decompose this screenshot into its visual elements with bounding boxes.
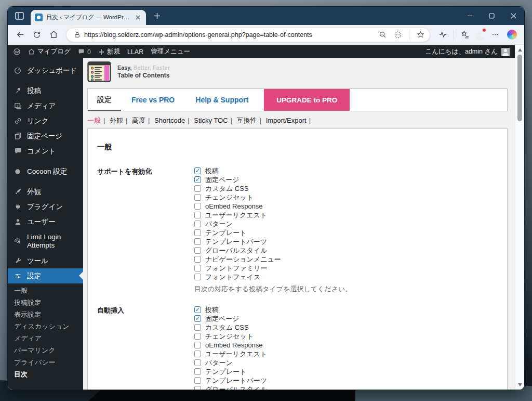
tab-settings[interactable]: 設定	[88, 89, 121, 111]
checkbox-label[interactable]: チェンジセット	[205, 332, 254, 341]
submenu-item[interactable]: ディスカッション	[8, 320, 83, 332]
submenu-item[interactable]: 投稿設定	[8, 296, 83, 308]
checkbox[interactable]	[194, 229, 201, 236]
checkbox[interactable]	[194, 247, 201, 254]
submenu-item[interactable]: プライバシー	[8, 356, 83, 368]
checkbox[interactable]	[194, 185, 201, 192]
new-tab-button[interactable]	[150, 9, 164, 23]
checkbox[interactable]	[194, 324, 201, 331]
home-button[interactable]	[46, 28, 61, 42]
tab-help-support[interactable]: Help & Support	[185, 89, 259, 111]
checkbox-label[interactable]: フォントフェイス	[205, 273, 260, 282]
checkbox-label[interactable]: パターン	[205, 358, 233, 368]
collapse-menu-button[interactable]: メニューを閉じる	[8, 385, 83, 390]
profile-avatar[interactable]	[474, 29, 486, 41]
checkbox-label[interactable]: 投稿	[205, 305, 219, 315]
submenu-item[interactable]: メディア	[8, 332, 83, 344]
address-bar[interactable]: https://blog.solderz.com/wp-admin/option…	[66, 28, 430, 42]
browser-essentials-icon[interactable]	[435, 28, 450, 42]
copilot-icon[interactable]	[504, 28, 519, 42]
checkbox-label[interactable]: 固定ページ	[205, 175, 240, 185]
checkbox-label[interactable]: テンプレート	[205, 367, 247, 377]
admin-bar-new[interactable]: 新規	[98, 47, 120, 56]
checkbox[interactable]	[194, 238, 201, 245]
admin-bar-site-link[interactable]: マイブログ	[28, 47, 71, 56]
subnav-link[interactable]: 互換性	[237, 117, 257, 124]
checkbox[interactable]	[194, 351, 201, 357]
lock-icon[interactable]	[73, 29, 81, 41]
checkbox[interactable]	[194, 274, 201, 280]
favorites-bar-icon[interactable]	[458, 28, 472, 42]
checkbox-label[interactable]: パターン	[205, 219, 233, 229]
checkbox-label[interactable]: 固定ページ	[205, 314, 240, 324]
subnav-link[interactable]: 外観	[110, 117, 123, 124]
checkbox[interactable]	[194, 176, 201, 183]
checkbox[interactable]	[194, 377, 201, 384]
subnav-link[interactable]: Sticky TOC	[194, 117, 228, 124]
tab-upgrade-to-pro[interactable]: UPGRADE to PRO	[264, 89, 350, 111]
checkbox-label[interactable]: グローバルスタイル	[205, 246, 267, 255]
checkbox[interactable]	[194, 359, 201, 366]
checkbox[interactable]	[194, 212, 201, 218]
checkbox[interactable]	[194, 306, 201, 313]
scrollbar-thumb[interactable]	[517, 55, 522, 121]
tab-actions-menu-button[interactable]	[12, 9, 26, 23]
checkbox-label[interactable]: oEmbed Response	[205, 341, 263, 349]
sidebar-item-dashboard[interactable]: ダッシュボード	[8, 62, 83, 78]
zoom-out-icon[interactable]	[376, 29, 389, 41]
checkbox-label[interactable]: oEmbed Response	[205, 202, 263, 210]
admin-bar-llar[interactable]: LLAR	[127, 48, 143, 56]
checkbox-label[interactable]: ナビゲーションメニュー	[205, 255, 281, 264]
browser-tab-active[interactable]: 目次 ‹ マイブログ — WordPress	[31, 10, 146, 25]
sidebar-item-cocoon-settings[interactable]: Cocoon 設定	[8, 164, 83, 179]
checkbox-label[interactable]: テンプレート	[205, 228, 247, 238]
sidebar-item-posts[interactable]: 投稿	[8, 83, 83, 98]
sidebar-item-settings[interactable]: 設定	[8, 268, 83, 283]
submenu-item[interactable]: 目次	[8, 368, 83, 380]
sidebar-item-pages[interactable]: 固定ページ	[8, 128, 83, 144]
checkbox[interactable]	[194, 203, 201, 210]
checkbox-label[interactable]: テンプレートパーツ	[205, 376, 267, 385]
checkbox[interactable]	[194, 256, 201, 263]
checkbox[interactable]	[194, 265, 201, 271]
tab-free-vs-pro[interactable]: Free vs PRO	[121, 89, 185, 111]
sidebar-item-users[interactable]: ユーザー	[8, 214, 83, 229]
checkbox-label[interactable]: テンプレートパーツ	[205, 237, 267, 247]
checkbox-label[interactable]: 投稿	[205, 166, 219, 176]
tab-close-icon[interactable]	[134, 14, 142, 22]
checkbox-label[interactable]: カスタム CSS	[205, 184, 249, 193]
page-permissions-icon[interactable]	[392, 29, 404, 41]
sidebar-item-tools[interactable]: ツール	[8, 253, 83, 268]
checkbox[interactable]	[194, 194, 201, 201]
sidebar-item-comments[interactable]: コメント	[8, 144, 83, 159]
sidebar-item-media[interactable]: メディア	[8, 98, 83, 113]
submenu-item[interactable]: 一般	[8, 284, 83, 296]
checkbox-label[interactable]: チェンジセット	[205, 193, 254, 202]
checkbox-label[interactable]: ユーザーリクエスト	[205, 350, 267, 359]
scrollbar-down-arrow[interactable]	[515, 381, 524, 389]
maximize-button[interactable]	[481, 7, 502, 25]
sidebar-item-limit-login-attempts[interactable]: Limit Login Attempts	[8, 229, 83, 253]
favorite-star-icon[interactable]	[414, 29, 427, 41]
checkbox-label[interactable]: フォントファミリー	[205, 264, 267, 273]
admin-bar-admin-menu[interactable]: 管理メニュー	[151, 47, 190, 56]
checkbox[interactable]	[194, 368, 201, 375]
subnav-link[interactable]: 高度	[132, 117, 145, 124]
submenu-item[interactable]: パーマリンク	[8, 344, 83, 356]
refresh-button[interactable]	[30, 28, 44, 42]
subnav-link[interactable]: Import/Export	[266, 117, 307, 124]
admin-bar-account[interactable]: こんにちは、admin さん	[425, 47, 510, 56]
checkbox[interactable]	[194, 315, 201, 322]
scrollbar-up-arrow[interactable]	[515, 46, 524, 54]
submenu-item[interactable]: 表示設定	[8, 308, 83, 320]
minimize-button[interactable]	[459, 7, 481, 25]
more-menu-icon[interactable]	[488, 28, 502, 42]
checkbox-label[interactable]: グローバルスタイル	[205, 385, 267, 390]
checkbox-label[interactable]: ユーザーリクエスト	[205, 211, 267, 220]
admin-bar-comments[interactable]: 0	[78, 48, 91, 56]
checkbox[interactable]	[194, 342, 201, 348]
checkbox[interactable]	[194, 386, 201, 390]
sidebar-item-links[interactable]: リンク	[8, 113, 83, 128]
page-scrollbar[interactable]	[515, 45, 524, 390]
checkbox-label[interactable]: カスタム CSS	[205, 323, 249, 332]
